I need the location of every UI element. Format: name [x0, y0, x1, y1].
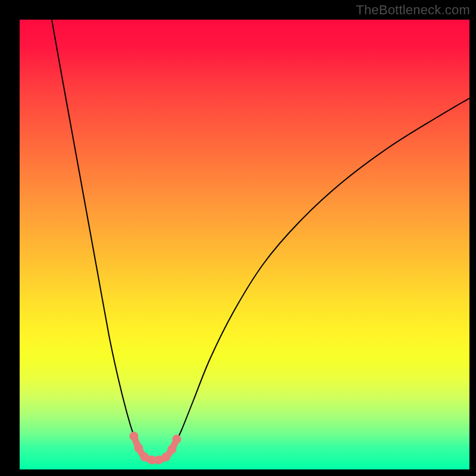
- chart-root: TheBottleneck.com: [0, 0, 476, 476]
- valley-marker-dot: [168, 445, 177, 454]
- valley-marker-dot: [162, 453, 171, 462]
- valley-marker-dot: [134, 444, 143, 453]
- curve-left-branch: [52, 20, 146, 459]
- watermark-label: TheBottleneck.com: [356, 2, 470, 18]
- valley-marker-dot: [173, 435, 181, 444]
- plot-overlay-svg: [20, 20, 469, 469]
- valley-marker-dot: [130, 432, 139, 441]
- valley-marker-dots: [130, 432, 181, 465]
- plot-area: [20, 20, 469, 469]
- curve-right-branch: [167, 98, 469, 459]
